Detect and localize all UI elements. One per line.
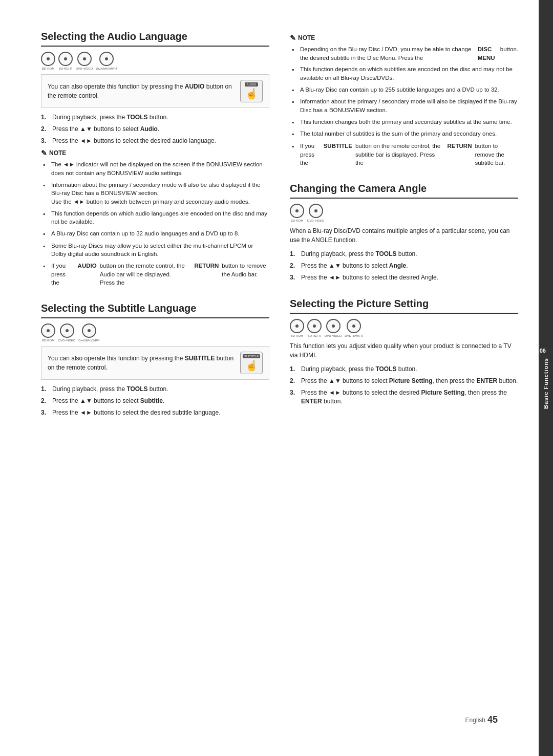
disc-icon-divx: DivX/MKV/MP4 (78, 323, 99, 342)
audio-info-text: You can also operate this function by pr… (48, 82, 240, 100)
picture-disc-icons: BD-ROM BD-RE/-R DVD-VIDEO DVD+RW/+R (290, 319, 518, 337)
page-container: Selecting the Audio Language BD-ROM BD-R… (0, 0, 553, 756)
right-note-section: ✎ NOTE Depending on the Blu-ray Disc / D… (290, 34, 518, 170)
audio-note: ✎ NOTE The ◄► indicator will not be disp… (41, 149, 269, 287)
disc-icon-bdrer: BD-RE/-R (307, 319, 322, 337)
disc-icon-bdrom: BD-ROM (290, 319, 304, 337)
camera-angle-title: Changing the Camera Angle (290, 183, 518, 199)
hand-icon: ☝ (245, 359, 258, 372)
picture-setting-intro: This function lets you adjust video qual… (290, 341, 518, 360)
subtitle-steps: 1. During playback, press the TOOLS butt… (41, 385, 269, 417)
audio-note-list: The ◄► indicator will not be displayed o… (41, 160, 269, 287)
note-item: If you press the AUDIO button on the rem… (41, 262, 269, 287)
hand-icon: ☝ (245, 88, 258, 100)
disc-icon-dvdvideo: DVD-VIDEO (325, 319, 342, 337)
camera-angle-intro: When a Blu-ray Disc/DVD contains multipl… (290, 226, 518, 245)
chapter-title: Basic Functions (543, 358, 549, 409)
audio-step-2: 2. Press the ▲▼ buttons to select Audio. (41, 125, 269, 134)
picture-setting-title: Selecting the Picture Setting (290, 298, 518, 314)
note-icon: ✎ (41, 149, 47, 157)
disc-icon-dvdrwr: DVD+RW/+R (345, 319, 363, 337)
audio-language-title: Selecting the Audio Language (41, 31, 269, 47)
note-item: This function depends on which audio lan… (41, 209, 269, 226)
disc-icon-dvdvideo: DVD-VIDEO (76, 52, 93, 70)
note-item: Information about the primary / secondar… (41, 181, 269, 206)
disc-icon-bdrer: BD-RE/-R (58, 52, 73, 70)
two-col-layout: Selecting the Audio Language BD-ROM BD-R… (41, 31, 518, 709)
left-column: Selecting the Audio Language BD-ROM BD-R… (41, 31, 269, 709)
disc-icon-divx: DivX/MKV/MP4 (96, 52, 117, 70)
disc-circle (41, 52, 55, 66)
subtitle-disc-icons: BD-ROM DVD-VIDEO DivX/MKV/MP4 (41, 323, 269, 342)
audio-button-image: AUDIO ☝ (240, 80, 263, 102)
camera-step-2: 2. Press the ▲▼ buttons to select Angle. (290, 262, 518, 270)
right-note-list: Depending on the Blu-ray Disc / DVD, you… (290, 45, 518, 167)
disc-circle (77, 52, 92, 66)
disc-icon-bdrom: BD-ROM (290, 204, 304, 222)
subtitle-button-image: SUBTITLE ☝ (240, 352, 263, 374)
note-item: The total number of subtitles is the sum… (290, 129, 518, 139)
subtitle-step-1: 1. During playback, press the TOOLS butt… (41, 385, 269, 394)
camera-disc-icons: BD-ROM DVD-VIDEO (290, 204, 518, 222)
subtitle-step-2: 2. Press the ▲▼ buttons to select Subtit… (41, 397, 269, 405)
disc-icon-bdrom: BD-ROM (41, 52, 55, 70)
note-item: A Blu-ray Disc can contain up to 32 audi… (41, 229, 269, 239)
note-item: A Blu-ray Disc can contain up to 255 sub… (290, 85, 518, 95)
note-item: Depending on the Blu-ray Disc / DVD, you… (290, 45, 518, 62)
page-footer: English 45 (41, 709, 518, 736)
subtitle-language-title: Selecting the Subtitle Language (41, 303, 269, 318)
picture-setting-section: Selecting the Picture Setting BD-ROM BD-… (290, 298, 518, 409)
audio-step-3: 3. Press the ◄► buttons to select the de… (41, 137, 269, 145)
disc-icon-dvdvideo: DVD-VIDEO (58, 323, 75, 342)
disc-icon-dvdvideo: DVD-VIDEO (307, 204, 324, 222)
note-item: Information about the primary / secondar… (290, 97, 518, 114)
audio-info-box: You can also operate this function by pr… (41, 74, 269, 108)
subtitle-info-text: You can also operate this function by pr… (48, 354, 240, 372)
note-item: The ◄► indicator will not be displayed o… (41, 160, 269, 177)
disc-icon-bdrom: BD-ROM (41, 323, 55, 342)
audio-step-1: 1. During playback, press the TOOLS butt… (41, 113, 269, 122)
note-item: If you press the SUBTITLE button on the … (290, 142, 518, 167)
right-column: ✎ NOTE Depending on the Blu-ray Disc / D… (290, 31, 518, 709)
picture-step-1: 1. During playback, press the TOOLS butt… (290, 365, 518, 374)
picture-step-2: 2. Press the ▲▼ buttons to select Pictur… (290, 377, 518, 385)
camera-step-1: 1. During playback, press the TOOLS butt… (290, 250, 518, 258)
picture-setting-steps: 1. During playback, press the TOOLS butt… (290, 365, 518, 405)
subtitle-info-box: You can also operate this function by pr… (41, 346, 269, 380)
picture-step-3: 3. Press the ◄► buttons to select the de… (290, 388, 518, 406)
disc-circle (58, 52, 73, 66)
note-item: This function changes both the primary a… (290, 118, 518, 127)
audio-disc-icons: BD-ROM BD-RE/-R DVD-VIDEO DivX/MKV/ (41, 52, 269, 70)
note-item: This function depends on which subtitles… (290, 65, 518, 82)
subtitle-language-section: Selecting the Subtitle Language BD-ROM D… (41, 303, 269, 421)
right-note-header: ✎ NOTE (290, 34, 518, 42)
main-content: Selecting the Audio Language BD-ROM BD-R… (0, 0, 539, 756)
language-label: English (465, 717, 485, 724)
camera-angle-section: Changing the Camera Angle BD-ROM DVD-VID… (290, 183, 518, 286)
audio-steps: 1. During playback, press the TOOLS butt… (41, 113, 269, 145)
subtitle-step-3: 3. Press the ◄► buttons to select the de… (41, 408, 269, 417)
chapter-sidebar-tab: 06 Basic Functions (539, 0, 553, 756)
audio-note-header: ✎ NOTE (41, 149, 269, 157)
camera-angle-steps: 1. During playback, press the TOOLS butt… (290, 250, 518, 282)
audio-language-section: Selecting the Audio Language BD-ROM BD-R… (41, 31, 269, 290)
chapter-number: 06 (540, 348, 546, 354)
disc-circle (99, 52, 114, 66)
camera-step-3: 3. Press the ◄► buttons to select the de… (290, 273, 518, 282)
note-item: Some Blu-ray Discs may allow you to sele… (41, 242, 269, 258)
note-icon: ✎ (290, 34, 296, 42)
page-number: 45 (487, 715, 498, 725)
